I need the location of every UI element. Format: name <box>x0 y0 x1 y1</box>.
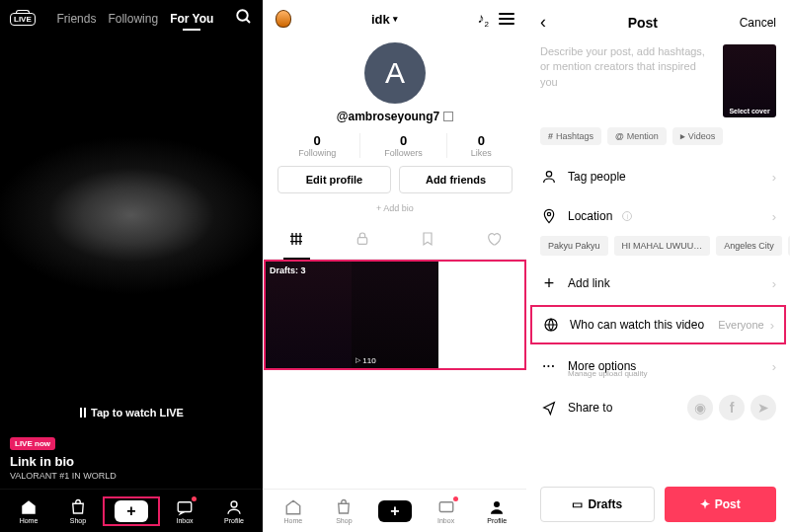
location-chip[interactable]: HI MAHAL UWUU… <box>614 236 711 256</box>
empty-cell <box>438 262 524 368</box>
svg-point-7 <box>547 212 550 215</box>
username: @ambroseyoung7 <box>264 110 526 123</box>
live-now-badge: LIVE now <box>10 437 55 450</box>
location-row[interactable]: Location i › <box>526 196 790 236</box>
notification-dot <box>453 496 458 501</box>
plus-icon: + <box>540 274 558 292</box>
nav-create[interactable]: + <box>369 500 421 522</box>
location-chip[interactable]: Angeles City <box>716 236 782 256</box>
event-icon[interactable] <box>276 10 291 28</box>
tab-saved[interactable] <box>395 223 461 259</box>
tab-foryou[interactable]: For You <box>170 12 213 26</box>
live-icon[interactable]: LIVE <box>10 13 36 26</box>
tab-private[interactable] <box>330 223 396 259</box>
notification-dot <box>192 496 197 501</box>
page-title: Post <box>628 15 658 31</box>
chevron-right-icon: › <box>770 318 774 333</box>
facebook-icon[interactable]: f <box>719 395 745 420</box>
drafts-icon: ▭ <box>572 497 583 511</box>
nav-profile[interactable]: Profile <box>471 498 522 524</box>
plus-icon: + <box>115 500 148 522</box>
pause-icon <box>79 408 87 418</box>
videos-button[interactable]: ▸Videos <box>672 127 723 145</box>
more-options-subtitle: Manage upload quality <box>568 369 790 378</box>
nav-inbox[interactable]: Inbox <box>160 498 209 524</box>
chevron-right-icon: › <box>772 170 776 185</box>
cancel-button[interactable]: Cancel <box>740 16 776 30</box>
stat-followers[interactable]: 0Followers <box>384 133 447 158</box>
qr-icon[interactable] <box>443 112 453 121</box>
share-to-row: Share to ◉ f ➤ <box>526 384 790 431</box>
chevron-right-icon: › <box>772 209 776 224</box>
plus-icon: + <box>378 500 412 522</box>
avatar[interactable]: A <box>364 42 426 104</box>
add-link-row[interactable]: +Add link › <box>526 264 790 303</box>
privacy-row[interactable]: Who can watch this video Everyone› <box>530 305 786 344</box>
location-chip[interactable]: Pakyu Pakyu <box>540 236 608 256</box>
hashtags-button[interactable]: #Hashtags <box>540 127 601 145</box>
share-icon <box>540 399 558 417</box>
svg-rect-1 <box>178 501 192 511</box>
svg-point-6 <box>546 172 551 177</box>
video-preview[interactable]: Tap to watch LIVE <box>0 38 263 432</box>
add-friends-button[interactable]: Add friends <box>399 166 513 193</box>
nav-profile[interactable]: Profile <box>209 498 259 524</box>
nav-create[interactable]: + <box>103 496 160 526</box>
select-cover-button[interactable]: Select cover <box>723 44 776 117</box>
svg-rect-3 <box>357 237 366 244</box>
menu-icon[interactable] <box>499 13 514 25</box>
tab-liked[interactable] <box>461 223 527 259</box>
account-switcher[interactable]: idk▾ <box>371 12 398 27</box>
add-bio-button[interactable]: + Add bio <box>264 193 526 223</box>
drafts-button[interactable]: ▭Drafts <box>540 487 655 522</box>
sparkle-icon: ✦ <box>700 497 710 511</box>
drafts-section[interactable]: Drafts: 3 ▷110 <box>264 260 526 370</box>
globe-icon <box>542 316 560 334</box>
svg-rect-4 <box>439 501 453 511</box>
video-title: Link in bio <box>0 454 263 471</box>
more-icon: ··· <box>540 357 558 375</box>
nav-home[interactable]: Home <box>4 498 53 524</box>
person-icon <box>540 168 558 186</box>
video-thumbnail[interactable]: ▷110 <box>352 262 437 368</box>
stat-likes[interactable]: 0Likes <box>471 133 492 158</box>
svg-point-0 <box>237 10 248 21</box>
svg-point-5 <box>494 501 500 507</box>
nav-shop[interactable]: Shop <box>319 498 370 524</box>
tab-grid[interactable] <box>264 223 330 259</box>
back-button[interactable]: ‹ <box>540 12 546 33</box>
svg-point-2 <box>231 501 237 507</box>
stat-following[interactable]: 0Following <box>298 133 360 158</box>
location-icon <box>540 207 558 225</box>
tab-friends[interactable]: Friends <box>56 12 96 26</box>
chevron-right-icon: › <box>772 276 776 291</box>
footprint-icon[interactable]: ♪2 <box>478 10 489 29</box>
nav-inbox[interactable]: Inbox <box>421 498 472 524</box>
search-icon[interactable] <box>235 8 253 30</box>
tap-to-watch[interactable]: Tap to watch LIVE <box>0 407 263 418</box>
nav-shop[interactable]: Shop <box>53 498 103 524</box>
video-subtitle: VALORANT #1 IN WORLD <box>0 471 263 489</box>
telegram-icon[interactable]: ➤ <box>750 395 776 420</box>
tab-following[interactable]: Following <box>108 12 158 26</box>
mention-button[interactable]: @Mention <box>607 127 667 145</box>
nav-home[interactable]: Home <box>268 498 319 524</box>
play-icon: ▷ <box>356 356 360 364</box>
drafts-thumbnail[interactable]: Drafts: 3 <box>266 262 352 368</box>
tag-people-row[interactable]: Tag people › <box>526 157 790 196</box>
messenger-icon[interactable]: ◉ <box>687 395 713 420</box>
description-input[interactable]: Describe your post, add hashtags, or men… <box>540 44 715 117</box>
post-button[interactable]: ✦Post <box>665 487 777 522</box>
chevron-down-icon: ▾ <box>393 14 398 24</box>
edit-profile-button[interactable]: Edit profile <box>277 166 391 193</box>
info-icon: i <box>622 211 632 221</box>
